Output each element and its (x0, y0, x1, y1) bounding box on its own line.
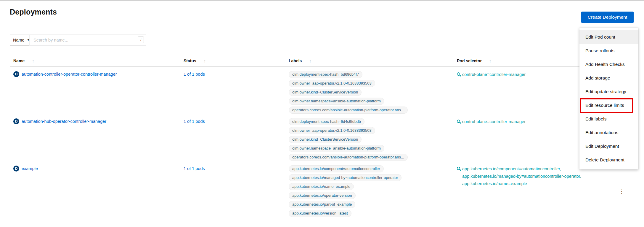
label-chip[interactable]: operators.coreos.com/ansible-automation-… (289, 107, 408, 114)
status-cell: 1 of 1 pods (184, 114, 289, 161)
status-cell: 1 of 1 pods (184, 67, 289, 114)
label-chip[interactable]: app.kubernetes.io/part-of=example (289, 201, 355, 208)
label-chip[interactable]: olm.owner=aap-operator.v2.1.0-0.16383935… (289, 80, 375, 87)
resource-deployment-badge: D (13, 71, 19, 77)
labels-cell: olm.deployment-spec-hash=bd696b4f7olm.ow… (289, 67, 457, 114)
sort-icon[interactable]: ↕ (489, 58, 492, 63)
menu-item-edit-deployment[interactable]: Edit Deployment (579, 139, 638, 153)
pod-selector-link[interactable]: app.kubernetes.io/managed-by=automationc… (462, 173, 581, 180)
column-header-labels: Labels↕ (289, 55, 457, 66)
labels-cell: app.kubernetes.io/component=automationco… (289, 161, 457, 217)
label-chip[interactable]: olm.owner=aap-operator.v2.1.0-0.16383935… (289, 127, 375, 134)
deployment-name-link[interactable]: automation-controller-operator-controlle… (22, 71, 117, 77)
sort-icon[interactable]: ↕ (32, 58, 34, 63)
column-header-name: Name↕ (10, 55, 184, 66)
search-icon (457, 72, 460, 76)
label-chip[interactable]: olm.deployment-spec-hash=6d4c9fdbdb (289, 118, 364, 125)
menu-item-add-health-checks[interactable]: Add Health Checks (579, 58, 638, 71)
status-cell: 1 of 1 pods (184, 161, 289, 217)
table-header-row: Name↕Status↕Labels↕Pod selector↕ (10, 55, 634, 67)
label-chip[interactable]: app.kubernetes.io/name=example (289, 183, 354, 190)
search-input[interactable] (30, 34, 146, 45)
name-cell: Dautomation-hub-operator-controller-mana… (10, 114, 184, 161)
page-title: Deployments (10, 8, 57, 16)
column-header-label[interactable]: Status (184, 58, 196, 63)
pod-selector-links: control-plane=controller-manager (462, 118, 526, 126)
pods-status-link[interactable]: 1 of 1 pods (184, 72, 205, 77)
label-chip[interactable]: olm.owner.kind=ClusterServiceVersion (289, 136, 362, 143)
pods-status-link[interactable]: 1 of 1 pods (184, 119, 205, 124)
label-chip[interactable]: olm.deployment-spec-hash=bd696b4f7 (289, 71, 362, 78)
column-header-status: Status↕ (184, 55, 289, 66)
menu-item-edit-pod-count[interactable]: Edit Pod count (579, 30, 638, 44)
menu-item-delete-deployment[interactable]: Delete Deployment (579, 153, 638, 167)
top-divider (0, 0, 644, 1)
name-cell: Dautomation-controller-operator-controll… (10, 67, 184, 114)
label-chip[interactable]: app.kubernetes.io/version=latest (289, 210, 351, 217)
slash-shortcut-badge: / (138, 36, 144, 43)
label-chip[interactable]: olm.owner.kind=ClusterServiceVersion (289, 89, 362, 96)
label-chip[interactable]: olm.owner.namespace=ansible-automation-p… (289, 98, 384, 105)
pod-selector-link[interactable]: app.kubernetes.io/name=example (462, 180, 581, 188)
pod-selector-link[interactable]: control-plane=controller-manager (462, 118, 526, 126)
pod-selector-cell: app.kubernetes.io/component=automationco… (457, 161, 613, 217)
table-row: Dexample1 of 1 podsapp.kubernetes.io/com… (10, 161, 634, 217)
filter-type-label: Name (13, 38, 25, 42)
table-row: Dautomation-hub-operator-controller-mana… (10, 114, 634, 161)
filter-type-dropdown[interactable]: Name ▾ (10, 34, 30, 45)
table-row: Dautomation-controller-operator-controll… (10, 67, 634, 114)
pod-selector-link[interactable]: app.kubernetes.io/component=automationco… (462, 165, 581, 173)
menu-item-edit-labels[interactable]: Edit labels (579, 112, 638, 126)
deployment-name-link[interactable]: example (22, 165, 38, 172)
pods-status-link[interactable]: 1 of 1 pods (184, 166, 205, 171)
label-chip[interactable]: olm.owner.namespace=ansible-automation-p… (289, 145, 384, 152)
table-body: Dautomation-controller-operator-controll… (10, 67, 634, 217)
deployments-page: Deployments Create Deployment Name ▾ / N… (0, 0, 644, 227)
resource-deployment-badge: D (13, 118, 19, 124)
actions-dropdown-menu: Edit Pod countPause rolloutsAdd Health C… (579, 28, 638, 169)
name-cell: Dexample (10, 161, 184, 217)
sort-icon[interactable]: ↕ (309, 58, 311, 63)
sort-icon[interactable]: ↕ (204, 58, 206, 63)
label-chip[interactable]: app.kubernetes.io/component=automationco… (289, 165, 384, 172)
menu-item-pause-rollouts[interactable]: Pause rollouts (579, 44, 638, 58)
menu-item-add-storage[interactable]: Add storage (579, 71, 638, 85)
search-field: / (30, 34, 146, 45)
resource-deployment-badge: D (13, 166, 19, 172)
search-icon (457, 120, 460, 123)
menu-item-edit-resource-limits[interactable]: Edit resource limits (579, 99, 638, 112)
pod-selector-link[interactable]: control-plane=controller-manager (462, 71, 526, 78)
deployments-table: Name↕Status↕Labels↕Pod selector↕ Dautoma… (10, 55, 634, 217)
column-header-label[interactable]: Name (13, 58, 25, 63)
caret-down-icon: ▾ (28, 38, 29, 42)
search-icon (457, 167, 460, 170)
filter-toolbar: Name ▾ / (10, 34, 146, 45)
pod-selector-links: control-plane=controller-manager (462, 71, 526, 78)
create-deployment-button[interactable]: Create Deployment (581, 12, 634, 23)
deployment-name-link[interactable]: automation-hub-operator-controller-manag… (22, 118, 106, 125)
kebab-menu-icon[interactable]: ⋮ (619, 166, 624, 217)
menu-item-edit-update-strategy[interactable]: Edit update strategy (579, 85, 638, 99)
menu-item-edit-annotations[interactable]: Edit annotations (579, 126, 638, 139)
pod-selector-links: app.kubernetes.io/component=automationco… (462, 165, 581, 188)
label-chip[interactable]: operators.coreos.com/ansible-automation-… (289, 154, 408, 161)
label-chip[interactable]: app.kubernetes.io/managed-by=automationc… (289, 174, 402, 181)
labels-cell: olm.deployment-spec-hash=6d4c9fdbdbolm.o… (289, 114, 457, 161)
actions-cell: ⋮ (613, 161, 634, 217)
column-header-label[interactable]: Pod selector (457, 58, 482, 63)
label-chip[interactable]: app.kubernetes.io/operator-version (289, 192, 356, 199)
column-header-label[interactable]: Labels (289, 58, 302, 63)
